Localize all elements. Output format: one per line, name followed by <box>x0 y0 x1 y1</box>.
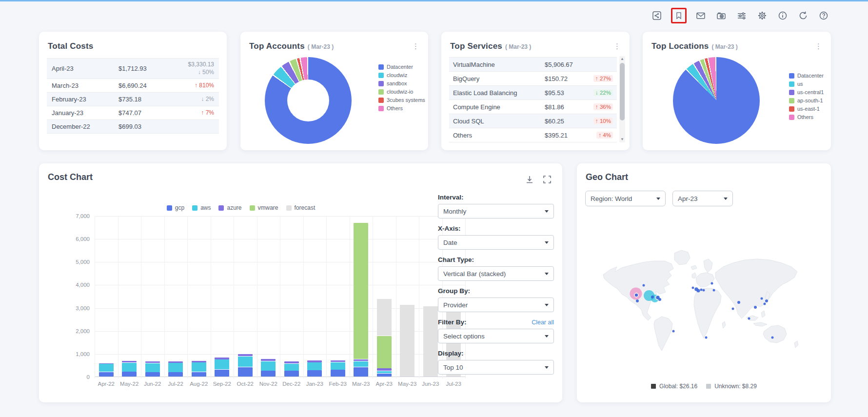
amount-cell: $699.03 <box>118 123 176 130</box>
bar-segment-azure <box>377 368 392 371</box>
legend-item: Datacenter <box>378 64 425 70</box>
bar-segment-aws <box>122 363 137 372</box>
map-data-point <box>711 282 713 285</box>
kebab-menu-icon[interactable]: ⋮ <box>412 42 419 50</box>
gear-icon[interactable] <box>756 9 769 22</box>
table-row: Cloud SQL$60.25↑ 10% <box>449 114 617 128</box>
chart-type-select[interactable]: Vertical Bar (stacked) <box>438 266 554 281</box>
map-data-point <box>658 298 661 301</box>
top-locations-subtitle: ( Mar-23 ) <box>712 43 738 50</box>
help-icon[interactable] <box>817 9 830 22</box>
change-badge: ↑ 810% <box>176 82 214 90</box>
control-label-text: Filter By: <box>438 318 467 326</box>
change-cell: ↑ 7% <box>176 109 214 117</box>
scrollbar[interactable]: ▲ ▼ <box>619 56 625 142</box>
map-data-point <box>764 303 766 305</box>
bookmark-icon[interactable] <box>674 11 684 20</box>
scroll-up-arrow[interactable]: ▲ <box>619 56 625 62</box>
bar-segment-azure <box>145 361 160 363</box>
gridline-vertical <box>118 216 118 378</box>
total-costs-table: April-23$1,712.93$3,330.13↓ 50%March-23$… <box>47 58 219 134</box>
region-select[interactable]: Region: World <box>585 191 666 206</box>
map-data-point <box>732 308 734 310</box>
legend-item: Others <box>789 114 824 120</box>
legend-label: Others <box>387 105 403 111</box>
map-data-point <box>754 306 757 309</box>
world-map <box>600 246 815 361</box>
mail-icon[interactable] <box>694 9 707 22</box>
legend-item: us-east-1 <box>789 106 824 112</box>
fullscreen-icon[interactable] <box>542 174 552 185</box>
refresh-icon[interactable] <box>797 9 809 22</box>
filter-by-select[interactable]: Select options <box>438 329 554 343</box>
download-icon[interactable] <box>524 174 535 185</box>
legend-swatch <box>167 205 172 211</box>
legend-item: ap-south-1 <box>789 98 824 103</box>
bar-segment-azure <box>354 359 368 361</box>
bar-segment-gcp <box>192 372 206 377</box>
camera-icon[interactable] <box>715 9 728 22</box>
chevron-down-icon <box>545 366 549 369</box>
control-label-text: X-Axis: <box>438 225 461 232</box>
display-select[interactable]: Top 10 <box>438 360 554 375</box>
legend-label: Global: $26.16 <box>659 383 697 390</box>
geo-chart-legend: Global: $26.16Unknown: $8.29 <box>577 383 831 390</box>
legend-item: forecast <box>286 204 316 211</box>
top-accent-strip <box>0 0 868 1</box>
region-select-value: Region: World <box>591 195 632 202</box>
clear-all-link[interactable]: Clear all <box>532 319 554 326</box>
amount-cell: $735.18 <box>118 96 176 103</box>
bar-segment-aws <box>99 364 114 372</box>
scroll-down-arrow[interactable]: ▼ <box>619 137 625 142</box>
table-row: Elastic Load Balancing$95.53↓ 22% <box>449 86 617 100</box>
month-select[interactable]: Apr-23 <box>672 191 733 206</box>
bar-segment-aws <box>145 363 160 372</box>
share-icon[interactable] <box>651 9 663 22</box>
map-data-point <box>713 289 715 292</box>
bar-segment-azure <box>238 354 253 356</box>
select-value: Provider <box>443 301 468 309</box>
control-label-text: Group By: <box>438 287 470 295</box>
period-cell: April-23 <box>52 65 118 72</box>
gridline-vertical <box>164 216 165 378</box>
legend-item: Others <box>378 105 425 111</box>
map-data-point <box>737 301 740 304</box>
geo-chart-card: Geo Chart Region: World Apr-23 <box>577 163 831 402</box>
gridline-vertical <box>280 216 280 378</box>
gridline-vertical <box>257 216 257 378</box>
y-axis-tick-label: 6,000 <box>64 236 90 242</box>
sliders-icon[interactable] <box>735 9 748 22</box>
bar-segment-gcp <box>354 367 368 377</box>
bar-segment-azure <box>122 361 137 362</box>
y-axis-tick-label: 7,000 <box>64 213 90 219</box>
map-data-point <box>651 296 654 298</box>
table-row: April-23$1,712.93$3,330.13↓ 50% <box>47 59 219 79</box>
map-data-point <box>692 287 694 289</box>
legend-label: Others <box>797 114 813 120</box>
bar-segment-gcp <box>122 372 137 377</box>
gridline-vertical <box>95 216 95 378</box>
legend-swatch <box>378 98 384 103</box>
bar-segment-gcp <box>99 372 114 377</box>
kebab-menu-icon[interactable]: ⋮ <box>815 42 822 50</box>
gridline-vertical <box>303 216 304 378</box>
kebab-menu-icon[interactable]: ⋮ <box>613 42 621 50</box>
bar-segment-azure <box>99 363 114 364</box>
legend-swatch <box>192 205 197 211</box>
legend-label: us-central1 <box>797 89 824 95</box>
control-label: X-Axis: <box>438 225 554 232</box>
legend-label: aws <box>200 204 211 211</box>
change-badge: ↓ 22% <box>593 89 613 96</box>
group-by-select[interactable]: Provider <box>438 298 554 312</box>
legend-swatch <box>378 106 384 111</box>
x-axis-select[interactable]: Date <box>438 235 554 250</box>
map-data-point <box>771 337 774 339</box>
interval-select[interactable]: Monthly <box>438 204 554 218</box>
scroll-thumb[interactable] <box>620 63 625 120</box>
x-axis-tick-label: Jul-23 <box>439 381 468 387</box>
info-icon[interactable] <box>776 9 789 22</box>
gridline-vertical <box>326 216 327 378</box>
service-name: Others <box>453 132 545 139</box>
bar-segment-gcp <box>284 371 299 377</box>
bar-segment-azure <box>192 361 206 362</box>
